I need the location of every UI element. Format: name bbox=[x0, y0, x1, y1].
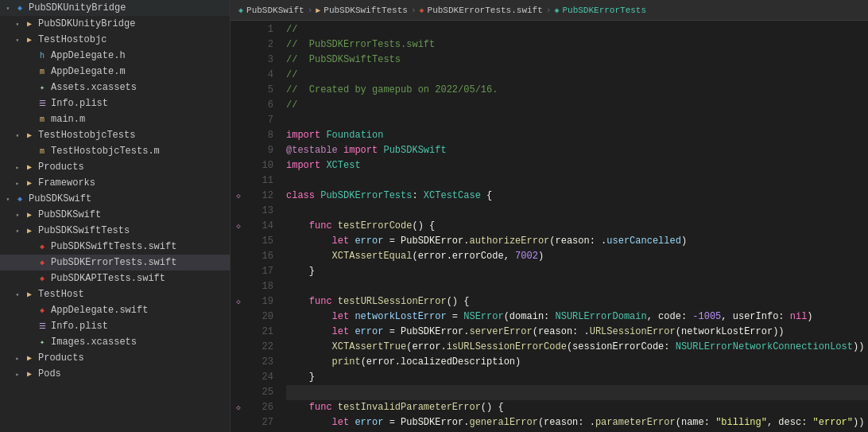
sidebar-item-pubsdkunitybridge-group[interactable]: ▶PubSDKUnityBridge bbox=[0, 16, 230, 32]
chevron-icon bbox=[13, 353, 22, 363]
code-line: XCTAssertEqual(error.errorCode, 7002) bbox=[286, 249, 868, 264]
sidebar-item-products-1[interactable]: ▶Products bbox=[0, 159, 230, 175]
sidebar-item-pubsdkswift-group[interactable]: ▶PubSDKSwift bbox=[0, 207, 230, 223]
sidebar-item-pubsdkapi-swift[interactable]: ◈PubSDKAPITests.swift bbox=[0, 270, 230, 286]
sidebar-item-label: Assets.xcassets bbox=[51, 82, 137, 93]
sidebar-item-info-plist[interactable]: ☰Info.plist bbox=[0, 95, 230, 111]
line-number: 4 bbox=[246, 68, 273, 83]
chevron-icon bbox=[3, 194, 13, 204]
code-line: } bbox=[286, 370, 868, 385]
sidebar-item-pubsdkswift-proj[interactable]: ◈PubSDKSwift bbox=[0, 191, 230, 207]
gutter: ◇◇◇◇ bbox=[231, 21, 246, 432]
sidebar-item-products-2[interactable]: ▶Products bbox=[0, 350, 230, 366]
gutter-line bbox=[231, 204, 246, 219]
code-line: func testURLSessionError() { bbox=[286, 294, 868, 309]
file-icon: m bbox=[36, 113, 48, 126]
sidebar-item-label: Products bbox=[38, 352, 84, 364]
gutter-line bbox=[231, 173, 246, 189]
sidebar-item-frameworks[interactable]: ▶Frameworks bbox=[0, 175, 230, 191]
code-content[interactable]: //// PubSDKErrorTests.swift// PubSDKSwif… bbox=[280, 21, 868, 432]
file-icon: ▶ bbox=[23, 161, 36, 173]
breadcrumb-bar: ◈ PubSDKSwift › ▶ PubSDKSwiftTests › ◈ P… bbox=[231, 0, 868, 21]
sidebar-item-pubsdkunitybridge-proj[interactable]: ◈PubSDKUnityBridge bbox=[0, 0, 230, 16]
file-icon: ▶ bbox=[23, 224, 36, 237]
line-number: 14 bbox=[246, 219, 273, 234]
chevron-icon bbox=[13, 226, 22, 235]
breadcrumb-item-4[interactable]: PubSDKErrorTests bbox=[562, 6, 646, 15]
line-number: 10 bbox=[246, 158, 273, 173]
code-line: // Created by gamepub on 2022/05/16. bbox=[286, 83, 868, 98]
code-line: let error = PubSDKError.serverError(reas… bbox=[286, 325, 868, 340]
chevron-icon bbox=[3, 3, 13, 13]
line-number: 7 bbox=[246, 113, 273, 128]
gutter-line bbox=[231, 68, 246, 83]
line-number: 1 bbox=[246, 22, 273, 37]
sidebar-item-label: PubSDKUnityBridge bbox=[29, 2, 126, 14]
chevron-icon bbox=[13, 35, 22, 45]
sidebar-item-images-xcassets[interactable]: ✦Images.xcassets bbox=[0, 334, 230, 350]
chevron-icon bbox=[13, 178, 22, 188]
sidebar-item-pubsdkswifttests-swift[interactable]: ◈PubSDKSwiftTests.swift bbox=[0, 239, 230, 255]
code-line: // PubSDKErrorTests.swift bbox=[286, 37, 868, 53]
gutter-line bbox=[231, 158, 246, 173]
file-icon: ◈ bbox=[36, 272, 48, 285]
file-icon: ▶ bbox=[23, 18, 36, 30]
sidebar-item-testhostobjc-group[interactable]: ▶TestHostobjc bbox=[0, 32, 230, 48]
sidebar-item-main-m[interactable]: mmain.m bbox=[0, 111, 230, 127]
sidebar-item-appdelegate-h[interactable]: hAppDelegate.h bbox=[0, 48, 230, 64]
sidebar-item-testhostobjctests-m[interactable]: mTestHostobjcTests.m bbox=[0, 143, 230, 159]
gutter-line: ◇ bbox=[231, 400, 246, 415]
gutter-line bbox=[231, 264, 246, 279]
code-line: let networkLostError = NSError(domain: N… bbox=[286, 309, 868, 325]
code-line: import XCTest bbox=[286, 158, 868, 173]
file-icon: ✦ bbox=[36, 81, 48, 94]
gutter-line bbox=[231, 98, 246, 113]
sidebar-item-label: Products bbox=[38, 162, 84, 173]
gutter-line bbox=[231, 83, 246, 98]
code-line: print(error.localizedDescription) bbox=[286, 355, 868, 370]
breadcrumb-sep-1: › bbox=[308, 6, 313, 15]
code-line: XCTAssertTrue(error.isURLSessionErrorCod… bbox=[286, 340, 868, 355]
file-icon: ☰ bbox=[36, 320, 48, 333]
breadcrumb-item-2[interactable]: PubSDKSwiftTests bbox=[324, 6, 408, 15]
sidebar-item-label: AppDelegate.swift bbox=[51, 305, 148, 316]
sidebar-item-assets-xcassets[interactable]: ✦Assets.xcassets bbox=[0, 80, 230, 95]
line-number: 27 bbox=[246, 415, 273, 430]
sidebar-item-testhost-group[interactable]: ▶TestHost bbox=[0, 286, 230, 302]
sidebar-item-pubsdkerror-swift[interactable]: ◈PubSDKErrorTests.swift bbox=[0, 255, 230, 270]
line-number: 17 bbox=[246, 264, 273, 279]
sidebar-item-label: TestHostobjc bbox=[38, 34, 107, 45]
code-line: // bbox=[286, 22, 868, 37]
sidebar-item-label: Info.plist bbox=[51, 98, 108, 109]
line-number: 15 bbox=[246, 234, 273, 249]
breadcrumb-item-1[interactable]: PubSDKSwift bbox=[246, 6, 304, 15]
line-number: 2 bbox=[246, 37, 273, 53]
chevron-icon bbox=[13, 210, 22, 220]
sidebar-item-appdelegate-m[interactable]: mAppDelegate.m bbox=[0, 64, 230, 80]
line-number: 13 bbox=[246, 204, 273, 219]
file-icon: h bbox=[36, 49, 48, 62]
sidebar-item-pods-group[interactable]: ▶Pods bbox=[0, 366, 230, 382]
sidebar-item-info-plist2[interactable]: ☰Info.plist bbox=[0, 318, 230, 334]
gutter-line bbox=[231, 234, 246, 249]
gutter-line bbox=[231, 53, 246, 68]
breadcrumb-item-3[interactable]: PubSDKErrorTests.swift bbox=[428, 6, 543, 15]
sidebar-item-label: TestHostobjcTests bbox=[38, 130, 135, 141]
code-line: let error = PubSDKError.generalError(rea… bbox=[286, 415, 868, 430]
line-number: 22 bbox=[246, 340, 273, 355]
code-line bbox=[286, 173, 868, 189]
chevron-icon bbox=[13, 19, 22, 29]
sidebar-item-testhostobjctests[interactable]: ▶TestHostobjcTests bbox=[0, 127, 230, 143]
code-line: // bbox=[286, 68, 868, 83]
line-number: 25 bbox=[246, 385, 273, 400]
breadcrumb-icon-3: ◈ bbox=[420, 6, 424, 15]
line-number: 12 bbox=[246, 189, 273, 204]
sidebar-item-label: PubSDKErrorTests.swift bbox=[51, 257, 176, 268]
file-icon: ◈ bbox=[36, 240, 48, 253]
line-number: 20 bbox=[246, 309, 273, 325]
sidebar-item-appdelegate-swift[interactable]: ◈AppDelegate.swift bbox=[0, 302, 230, 318]
file-icon: m bbox=[36, 65, 48, 78]
sidebar-item-label: Info.plist bbox=[51, 321, 108, 332]
sidebar-item-pubsdkswifttests-group[interactable]: ▶PubSDKSwiftTests bbox=[0, 223, 230, 239]
sidebar-item-label: Images.xcassets bbox=[51, 337, 137, 348]
